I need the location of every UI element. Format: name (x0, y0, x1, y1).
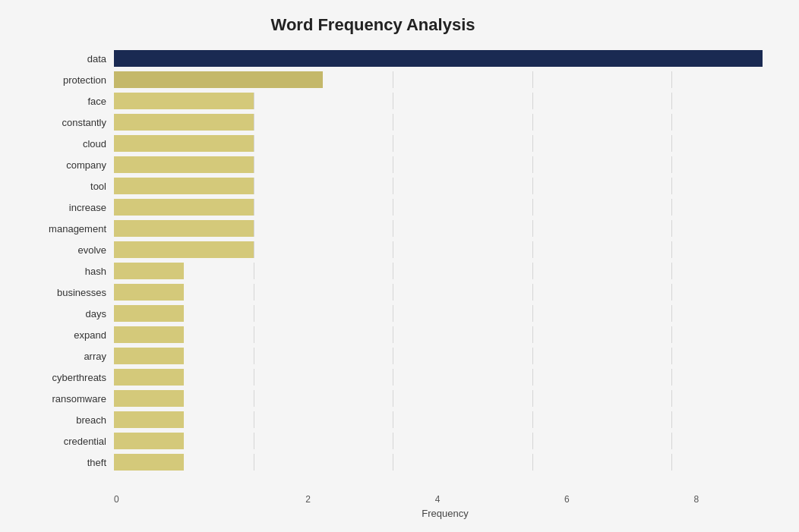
bar-label-breach: breach (23, 414, 114, 426)
bar-row-face: face (23, 91, 776, 111)
bar-face (114, 93, 254, 109)
bar-label-cyberthreats: cyberthreats (23, 372, 114, 383)
bar-management (114, 220, 254, 237)
bar-ransomware (114, 390, 184, 407)
bar-row-days: days (23, 304, 776, 323)
bar-row-constantly: constantly (23, 112, 776, 132)
bar-area-constantly (114, 114, 776, 131)
tick-end (761, 494, 776, 505)
bar-row-cloud: cloud (23, 134, 776, 153)
tick-8: 8 (632, 494, 761, 505)
tick-0: 0 (114, 494, 243, 505)
bar-label-constantly: constantly (23, 117, 114, 128)
bar-area-expand (114, 326, 776, 343)
bar-protection (114, 71, 323, 88)
bar-label-credential: credential (23, 436, 114, 447)
bar-area-increase (114, 199, 776, 216)
x-axis-label: Frequency (23, 508, 776, 519)
bar-cyberthreats (114, 369, 184, 386)
bar-label-increase: increase (23, 202, 114, 213)
bar-label-evolve: evolve (23, 244, 114, 256)
bar-row-ransomware: ransomware (23, 389, 776, 408)
bar-area-protection (114, 71, 776, 88)
bar-row-data: data (23, 49, 776, 68)
bar-label-face: face (23, 96, 114, 107)
bar-tool (114, 178, 254, 194)
bar-row-hash: hash (23, 261, 776, 281)
tick-2: 2 (243, 494, 372, 505)
bar-data (114, 50, 763, 67)
bar-label-businesses: businesses (23, 287, 114, 298)
bar-label-company: company (23, 159, 114, 171)
bar-row-company: company (23, 155, 776, 175)
bar-label-days: days (23, 308, 114, 320)
bar-days (114, 305, 184, 322)
bar-expand (114, 326, 184, 343)
bar-label-tool: tool (23, 181, 114, 192)
bar-label-theft: theft (23, 457, 114, 468)
bar-company (114, 156, 254, 173)
bar-area-company (114, 156, 776, 173)
bar-label-protection: protection (23, 74, 114, 86)
bar-row-credential: credential (23, 431, 776, 451)
bar-area-businesses (114, 284, 776, 301)
bar-array (114, 348, 184, 364)
bar-row-expand: expand (23, 325, 776, 345)
bar-row-theft: theft (23, 452, 776, 472)
x-axis-ticks: 0 2 4 6 8 (23, 494, 776, 505)
bar-row-businesses: businesses (23, 282, 776, 302)
bar-label-hash: hash (23, 266, 114, 277)
bar-credential (114, 433, 184, 449)
bar-label-ransomware: ransomware (23, 393, 114, 405)
bar-row-increase: increase (23, 197, 776, 217)
bar-label-expand: expand (23, 329, 114, 341)
bar-hash (114, 263, 184, 279)
bar-area-cyberthreats (114, 369, 776, 386)
bar-row-array: array (23, 346, 776, 366)
bar-row-cyberthreats: cyberthreats (23, 367, 776, 387)
bar-constantly (114, 114, 254, 131)
bar-row-breach: breach (23, 410, 776, 430)
bar-area-evolve (114, 241, 776, 258)
bar-label-cloud: cloud (23, 138, 114, 150)
bar-increase (114, 199, 254, 216)
bar-breach (114, 411, 184, 428)
bar-area-ransomware (114, 390, 776, 407)
bar-row-protection: protection (23, 70, 776, 90)
chart-container: Word Frequency Analysis dataprotectionfa… (0, 0, 799, 532)
bar-area-breach (114, 411, 776, 428)
bar-businesses (114, 284, 184, 301)
bar-theft (114, 454, 184, 471)
bar-label-array: array (23, 351, 114, 362)
chart-title: Word Frequency Analysis (0, 15, 776, 35)
tick-4: 4 (373, 494, 502, 505)
bar-label-data: data (23, 53, 114, 65)
bar-area-array (114, 348, 776, 364)
tick-6: 6 (502, 494, 631, 505)
bar-row-evolve: evolve (23, 240, 776, 260)
bar-row-tool: tool (23, 176, 776, 196)
bar-area-tool (114, 178, 776, 194)
bar-area-cloud (114, 135, 776, 152)
bar-area-data (114, 50, 776, 67)
bar-evolve (114, 241, 254, 258)
bar-row-management: management (23, 219, 776, 238)
bar-area-management (114, 220, 776, 237)
bar-area-theft (114, 454, 776, 471)
bar-label-management: management (23, 223, 114, 235)
bar-area-face (114, 93, 776, 109)
bar-area-hash (114, 263, 776, 279)
bar-cloud (114, 135, 254, 152)
bar-area-credential (114, 433, 776, 449)
bar-area-days (114, 305, 776, 322)
